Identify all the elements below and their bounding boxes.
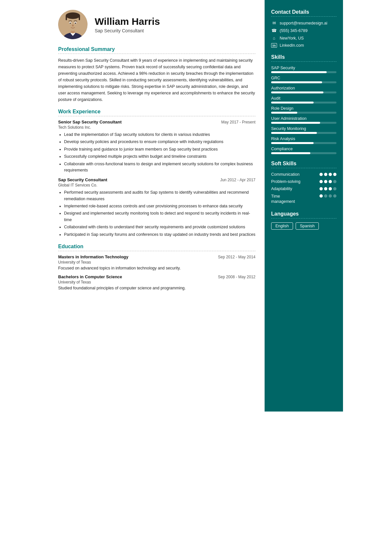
edu-2: Bachelors in Computer Science Sep 2008 -… [58,274,255,290]
soft-skill-problem-solving-dots [319,180,336,183]
job-1: Senior Sap Security Consultant May 2017 … [58,120,255,173]
skill-grc-name: GRC [271,76,336,80]
languages-divider [271,218,336,218]
phone-icon: ☎ [271,28,277,33]
linkedin-icon: in [271,43,277,48]
soft-skill-time-management-dots [319,194,336,198]
contact-section: Contact Details ✉ support@resumedesign.a… [271,9,336,48]
job-2: Sap Security Consultant Jun 2012 - Apr 2… [58,177,255,238]
job-2-title: Sap Security Consultant [58,177,107,182]
edu-2-degree: Bachelors in Computer Science [58,274,122,279]
dot-4 [333,173,336,176]
summary-text: Results-driven Sap Security Consultant w… [58,57,255,103]
skill-audit-name: Audit [271,96,336,101]
skill-risk-analysis-bar [271,142,336,144]
dot-4-empty [333,180,336,183]
job-2-bullet-3: Designed and implemented security monito… [64,210,255,223]
dot-2 [324,173,327,176]
svg-point-10 [70,23,71,24]
job-2-bullet-4: Collaborated with clients to understand … [64,224,255,230]
contact-linkedin: in LinkedIn.com [271,43,336,48]
skill-authorization-bar [271,91,336,93]
contact-phone: ☎ (555) 345-6789 [271,28,336,33]
dot-1 [319,194,323,198]
job-2-bullet-2: Implemented role-based access controls a… [64,203,255,209]
job-1-date: May 2017 - Present [221,120,255,124]
skill-role-design-bar [271,112,336,114]
soft-skill-communication-dots [319,173,336,176]
work-experience-divider [58,116,255,116]
skill-grc: GRC [271,76,336,83]
job-2-header: Sap Security Consultant Jun 2012 - Apr 2… [58,177,255,182]
soft-skill-communication: Communication [271,172,336,177]
dot-2 [324,180,327,183]
skill-risk-analysis: Risk Analysis [271,137,336,144]
contact-divider [271,16,336,17]
skill-authorization: Authorization [271,86,336,93]
skills-divider [271,61,336,62]
edu-2-header: Bachelors in Computer Science Sep 2008 -… [58,274,255,279]
job-1-bullets: Lead the implementation of Sap security … [58,132,255,173]
lang-english: English [271,222,293,230]
soft-skill-problem-solving-name: Problem-solving [271,179,301,184]
job-2-bullet-1: Performed security assessments and audit… [64,189,255,202]
job-1-header: Senior Sap Security Consultant May 2017 … [58,120,255,124]
svg-rect-6 [66,16,67,20]
skill-sap-security-bar [271,71,336,73]
dot-1 [319,180,323,183]
soft-skill-communication-name: Communication [271,172,300,177]
job-1-bullet-5: Collaborate with cross-functional teams … [64,161,255,174]
soft-skills-title: Soft Skills [271,161,336,167]
lang-spanish: Spanish [296,222,319,230]
edu-1-date: Sep 2012 - May 2014 [218,255,255,259]
skill-grc-bar [271,81,336,83]
work-experience-title: Work Experience [58,109,255,115]
edu-1-desc: Focused on advanced topics in informatio… [58,266,255,270]
skills-section: Skills SAP Security GRC Authorization Au… [271,54,336,154]
dot-2 [324,187,327,190]
soft-skill-adaptability-name: Adaptability [271,186,292,191]
contact-email-text: support@resumedesign.ai [280,21,327,25]
soft-skills-section: Soft Skills Communication Problem-solvin… [271,161,336,204]
skill-compliance-name: Compliance [271,147,336,151]
edu-1-school: University of Texas [58,260,255,265]
work-experience-section: Work Experience Senior Sap Security Cons… [58,109,255,238]
skill-risk-analysis-name: Risk Analysis [271,137,336,141]
soft-skill-adaptability-dots [319,187,336,190]
dot-3-empty [329,194,332,198]
dot-3 [329,173,332,176]
job-1-bullet-1: Lead the implementation of Sap security … [64,132,255,138]
dot-1 [319,173,323,176]
job-1-bullet-3: Provide training and guidance to junior … [64,146,255,153]
skill-user-admin-bar [271,122,336,124]
education-divider [58,251,255,251]
location-icon: ⌂ [271,36,277,40]
edu-1-header: Masters in Information Technology Sep 20… [58,254,255,259]
dot-2-empty [324,194,327,198]
skill-user-admin-name: User Administration [271,116,336,121]
skill-user-admin: User Administration [271,116,336,124]
job-2-bullet-5: Participated in Sap security forums and … [64,232,255,238]
dot-3 [329,187,332,190]
job-2-date: Jun 2012 - Apr 2017 [220,178,255,182]
soft-skill-adaptability: Adaptability [271,186,336,191]
edu-2-date: Sep 2008 - May 2012 [218,275,255,279]
skill-sap-security: SAP Security [271,66,336,73]
education-section: Education Masters in Information Technol… [58,244,255,290]
email-icon: ✉ [271,21,277,25]
summary-section: Professional Summary Results-driven Sap … [58,46,255,103]
edu-2-desc: Studied foundational principles of compu… [58,286,255,290]
skill-audit-bar [271,102,336,104]
skill-audit: Audit [271,96,336,104]
skills-title: Skills [271,54,336,60]
edu-2-school: University of Texas [58,280,255,284]
skill-authorization-name: Authorization [271,86,336,90]
dot-4-empty [333,194,336,198]
candidate-title: Sap Security Consultant [95,28,160,33]
contact-title: Contact Details [271,9,336,15]
language-tags: English Spanish [271,222,336,230]
dot-4-empty [333,187,336,190]
contact-email: ✉ support@resumedesign.ai [271,21,336,25]
avatar [58,10,88,39]
job-1-bullet-4: Successfully completed multiple projects… [64,154,255,160]
